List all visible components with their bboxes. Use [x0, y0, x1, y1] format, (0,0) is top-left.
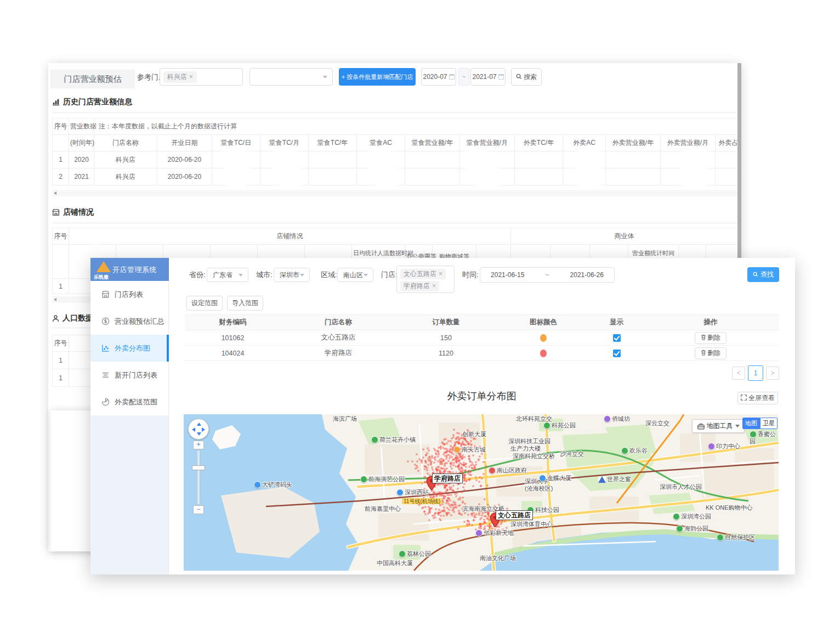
store-marker[interactable]: 文心五路店: [490, 512, 501, 530]
zoom-in-button[interactable]: +: [193, 441, 204, 449]
match-store-select[interactable]: [249, 68, 333, 86]
cell: 2: [53, 168, 69, 185]
search-button[interactable]: 搜索: [511, 68, 542, 86]
sidebar-item-store-list[interactable]: 门店列表: [90, 281, 169, 308]
time-label: 时间:: [462, 268, 479, 282]
scroll-left-icon[interactable]: [54, 191, 56, 195]
cell-actions: 删除: [643, 346, 779, 361]
province-select[interactable]: 广东省: [207, 268, 248, 282]
col: 堂食TC/年: [309, 135, 357, 151]
remove-tag-icon[interactable]: ×: [439, 270, 442, 278]
pan-right-icon[interactable]: [202, 427, 205, 432]
dollar-circle-icon: [101, 317, 110, 325]
batch-add-stores-button[interactable]: + 按条件批量新增匹配门店: [339, 68, 416, 86]
pie-chart-icon: [101, 398, 110, 406]
find-button[interactable]: 查找: [747, 267, 779, 282]
bar-chart-icon: [52, 98, 60, 106]
visible-checkbox[interactable]: [613, 350, 621, 357]
store-management-window: 乐凯撒 开店管理系统 门店列表 营业额预估汇总 外卖分布图 新: [90, 258, 795, 574]
zoom-out-button[interactable]: −: [193, 505, 204, 514]
sidebar-item-delivery-map[interactable]: 外卖分布图: [90, 335, 169, 362]
cell: [716, 151, 738, 168]
col-order-count: 订单数量: [396, 315, 496, 330]
scatter-chart-icon: [101, 344, 110, 352]
ref-store-input[interactable]: 科兴店×: [160, 68, 243, 86]
cell-order-count: 150: [396, 330, 496, 346]
sidebar-item-label: 外卖配送范围: [115, 397, 157, 407]
map-tools-button[interactable]: 地图工具: [692, 419, 745, 433]
cell: 2020-06-20: [157, 151, 212, 168]
pan-up-icon[interactable]: [197, 422, 201, 426]
cell-order-count: 1120: [396, 346, 496, 361]
table-note: 注：本年度数据，以截止上个月的数据进行计算: [94, 119, 738, 135]
layer-map-button[interactable]: 地图: [742, 418, 760, 429]
horizontal-scrollbar[interactable]: [52, 190, 737, 196]
delete-button[interactable]: 删除: [695, 347, 727, 359]
cell: [716, 168, 738, 185]
delete-button[interactable]: 删除: [695, 332, 727, 344]
cell-visible: [591, 346, 643, 361]
map-pan-control[interactable]: [188, 419, 209, 440]
end-month-input[interactable]: 2021-07: [470, 68, 506, 86]
remove-tag-icon[interactable]: ×: [189, 73, 193, 81]
store-multiselect[interactable]: 文心五路店× 学府路店×: [396, 266, 455, 293]
visible-checkbox[interactable]: [613, 334, 621, 342]
list-icon: [101, 371, 110, 379]
cell: 1: [53, 151, 69, 168]
cell: [606, 168, 661, 185]
cell-icon-color: [496, 330, 591, 346]
page-1-button[interactable]: 1: [748, 365, 763, 381]
cell: [515, 168, 563, 185]
store-marker[interactable]: 学府路店: [426, 476, 437, 493]
cell-store-name: 文心五路店: [281, 330, 396, 346]
marker-layer: 学府路店文心五路店: [184, 414, 779, 571]
calendar-icon: [498, 74, 504, 80]
cell-redacted: [460, 168, 515, 185]
shop-section-title: 店铺情况: [52, 207, 94, 217]
prev-page-button[interactable]: <: [732, 367, 745, 380]
sidebar-item-new-store-list[interactable]: 新开门店列表: [90, 362, 169, 388]
fullscreen-button[interactable]: 全屏查看: [737, 392, 778, 404]
tab-revenue-forecast[interactable]: 门店营业额预估: [50, 70, 135, 88]
sidebar-item-label: 外卖分布图: [115, 343, 150, 353]
table-row: 101062 文心五路店 150 删除: [185, 330, 779, 346]
pan-left-icon[interactable]: [192, 427, 195, 432]
next-page-button[interactable]: >: [766, 367, 779, 380]
briefcase-icon: [697, 423, 705, 430]
cell-redacted: 1: [563, 168, 606, 185]
brand-logo-icon: [97, 261, 111, 272]
sidebar-item-revenue-summary[interactable]: 营业额预估汇总: [90, 308, 169, 335]
col-actions: 操作: [643, 315, 779, 330]
district-select[interactable]: 南山区: [337, 268, 373, 282]
trash-icon: [701, 350, 706, 356]
cell: [309, 151, 357, 168]
layer-satellite-button[interactable]: 卫星: [760, 418, 777, 429]
col-seq: 序号: [53, 228, 69, 245]
chevron-down-icon: [364, 274, 368, 277]
cell: 1: [53, 279, 69, 294]
chevron-down-icon: [323, 76, 327, 78]
shop-icon: [101, 290, 110, 298]
start-month-input[interactable]: 2020-07: [421, 68, 456, 86]
cell: 2020: [69, 151, 94, 168]
zoom-track[interactable]: [197, 450, 200, 505]
screen: 门店营业额预估 参考门店: 科兴店× + 按条件批量新增匹配门店 2020-07…: [0, 0, 840, 631]
set-range-button[interactable]: 设定范围: [186, 296, 223, 311]
city-select[interactable]: 深圳市: [274, 268, 310, 282]
sidebar-item-delivery-range[interactable]: 外卖配送范围: [90, 388, 169, 415]
scroll-left-icon[interactable]: [54, 298, 56, 301]
remove-tag-icon[interactable]: ×: [432, 282, 436, 290]
expand-icon: [741, 395, 747, 401]
store-table: 财务编码 门店名称 订单数量 图标颜色 显示 操作 101062 文心五路店 1…: [185, 314, 779, 361]
cell-finance-code: 104024: [185, 346, 281, 361]
pan-down-icon[interactable]: [197, 432, 201, 436]
import-range-button[interactable]: 导入范围: [227, 296, 263, 311]
sidebar-item-label: 新开门店列表: [115, 370, 157, 380]
delivery-map[interactable]: 海滨广场大铲湾码头深圳西站11号线(机场线)荷兰花卉小镇前海演艺公园前海嘉里中心…: [184, 414, 779, 571]
start-date: 2021-06-15: [491, 271, 524, 279]
col-store-name: 门店名称: [281, 315, 396, 330]
zoom-slider-handle[interactable]: [192, 465, 205, 470]
divider: [52, 223, 737, 223]
cell-icon-color: [496, 346, 591, 361]
date-range-input[interactable]: 2021-06-15 ~ 2021-06-26: [480, 267, 615, 283]
